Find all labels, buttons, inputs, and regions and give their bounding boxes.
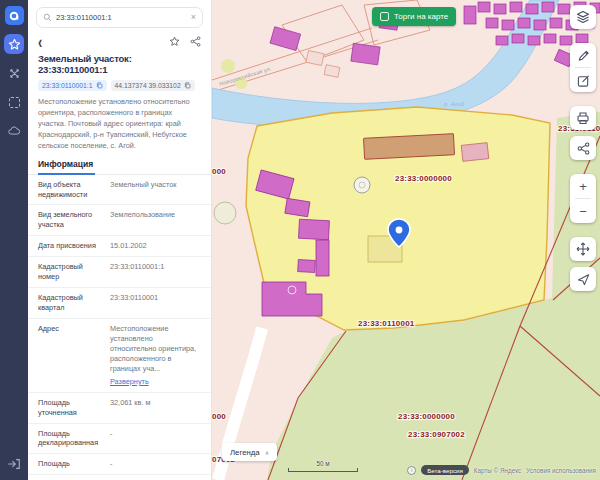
select-area-icon[interactable] <box>4 92 24 112</box>
map-label-partial: 000 <box>212 412 226 421</box>
table-row: Дата присвоения 15.01.2002 <box>28 236 211 257</box>
map-label-quarter: 23:33:0907002 <box>408 430 465 439</box>
copy-icon[interactable] <box>96 82 103 89</box>
expand-address-link[interactable]: Развернуть <box>110 377 149 387</box>
table-row: Площадь декларированная - <box>28 424 211 455</box>
search-input[interactable] <box>56 13 187 22</box>
app-logo-icon[interactable] <box>5 6 24 25</box>
edit-square-icon <box>577 74 590 87</box>
measure-icon[interactable] <box>4 63 24 83</box>
favorite-star-icon[interactable] <box>169 36 180 47</box>
coordinates-chip[interactable]: 44.137374 39.033102 <box>111 80 195 91</box>
share-icon <box>577 142 590 155</box>
locate-me-button[interactable] <box>570 267 596 291</box>
scale-bar: 50 м <box>288 460 358 472</box>
map-label-partial: 000 <box>212 167 226 176</box>
table-row: Вид земельного участка Землепользование <box>28 205 211 236</box>
layers-button[interactable] <box>570 5 596 29</box>
search-icon <box>43 13 52 22</box>
table-row: Кадастровый квартал 23:33:0110001 <box>28 288 211 319</box>
info-icon[interactable]: i <box>407 466 416 475</box>
map-label-quarter: 23:33:0000000 <box>395 174 452 183</box>
draw-button[interactable] <box>570 43 596 67</box>
left-icon-rail <box>0 0 28 480</box>
page-title: Земельный участок: 23:33:0110001:1 <box>28 50 211 75</box>
object-description: Местоположение установлено относительно … <box>28 91 211 152</box>
yandex-copyright[interactable]: Карты © Яндекс <box>474 467 521 474</box>
map-label-quarter: 23:33:0000000 <box>398 412 455 421</box>
building-tan <box>364 134 455 160</box>
favorites-star-icon[interactable] <box>4 34 24 54</box>
login-icon[interactable] <box>4 454 24 474</box>
print-icon <box>576 111 590 125</box>
cadastral-map-app: × ‹ Земельный участок: 23:33:0110001:1 <box>0 0 600 480</box>
map-attribution: i Бета-версия Карты © Яндекс Условия исп… <box>407 465 596 475</box>
draw-edit-group <box>570 43 596 92</box>
pan-button[interactable] <box>570 237 596 261</box>
map-label-parcel: 23:33:0110001 <box>358 319 415 328</box>
layers-icon <box>576 10 590 24</box>
zoom-in-button[interactable]: + <box>570 174 596 198</box>
table-row: Кадастровый номер 23:33:0110001:1 <box>28 257 211 288</box>
clear-search-icon[interactable]: × <box>191 13 196 22</box>
table-row-address: Адрес Местоположение установлено относит… <box>28 319 211 393</box>
share-map-button[interactable] <box>570 136 596 160</box>
pencil-icon <box>577 49 590 62</box>
auctions-on-map-button[interactable]: Торги на карте <box>372 7 456 26</box>
building-pink <box>461 143 489 162</box>
map-toolbar: + − <box>570 5 596 291</box>
zoom-control: + − <box>570 174 596 223</box>
table-row: Статус Ранее учтенный <box>28 475 211 480</box>
navigation-arrow-icon <box>577 273 590 286</box>
edit-button[interactable] <box>570 68 596 92</box>
beta-badge: Бета-версия <box>421 465 469 475</box>
table-row: Площадь уточненная 32,061 кв. м <box>28 393 211 424</box>
river-label: р. Агой <box>443 101 464 107</box>
object-info-panel: × ‹ Земельный участок: 23:33:0110001:1 <box>28 0 212 480</box>
chevron-up-icon: ∧ <box>265 449 269 456</box>
terms-link[interactable]: Условия использования <box>526 467 596 474</box>
zoom-out-button[interactable]: − <box>570 199 596 223</box>
back-chevron-icon[interactable]: ‹ <box>38 32 42 50</box>
map-canvas[interactable]: 23:33:0000000 23:33:0110001 23:33:000000… <box>212 0 600 480</box>
table-row: Площадь - <box>28 454 211 475</box>
map-tiles: 23:33:0000000 23:33:0110001 23:33:000000… <box>212 0 600 480</box>
copy-icon[interactable] <box>184 82 191 89</box>
scale-value: 50 м <box>288 460 358 467</box>
cloud-icon[interactable] <box>4 121 24 141</box>
cadastral-number-chip[interactable]: 23:33:0110001:1 <box>38 80 107 91</box>
search-box[interactable]: × <box>36 7 203 28</box>
print-button[interactable] <box>570 106 596 130</box>
table-row: Вид объекта недвижимости Земельный участ… <box>28 175 211 206</box>
auction-checkbox[interactable] <box>380 12 389 21</box>
chips-row: 23:33:0110001:1 44.137374 39.033102 <box>28 75 211 91</box>
address-value: Местоположение установлено относительно … <box>110 324 196 374</box>
round-structure <box>214 202 236 224</box>
tab-information[interactable]: Информация <box>38 159 95 175</box>
pan-arrows-icon <box>576 242 590 256</box>
legend-button[interactable]: Легенда ∧ <box>222 443 277 461</box>
panel-nav-row: ‹ <box>28 31 211 50</box>
info-table: Вид объекта недвижимости Земельный участ… <box>28 175 211 480</box>
round-structure <box>354 177 370 193</box>
share-icon[interactable] <box>190 36 201 47</box>
